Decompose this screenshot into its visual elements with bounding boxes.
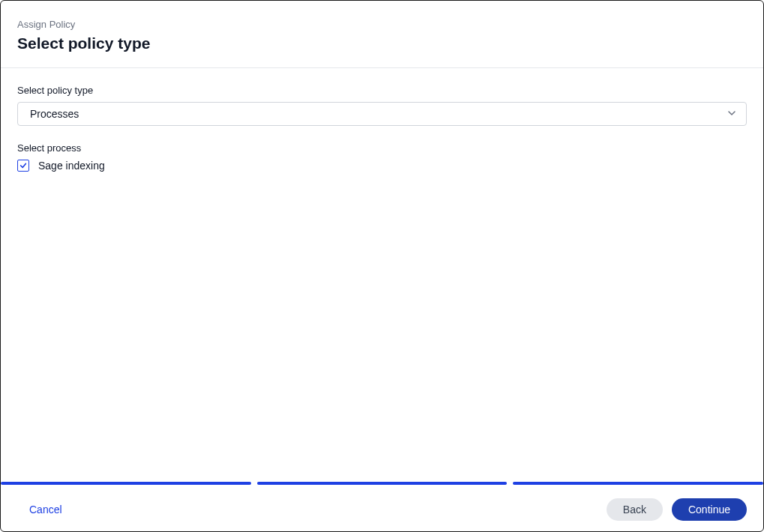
breadcrumb: Assign Policy — [17, 19, 747, 30]
progress-segment-2 — [257, 482, 508, 485]
back-button[interactable]: Back — [607, 498, 663, 521]
process-checkbox[interactable] — [17, 160, 29, 172]
policy-type-select[interactable]: Processes — [17, 102, 747, 126]
footer-actions: Back Continue — [607, 498, 747, 521]
policy-type-label: Select policy type — [17, 85, 747, 96]
process-option-label: Sage indexing — [38, 160, 105, 172]
modal-footer: Cancel Back Continue — [1, 488, 763, 531]
policy-type-select-wrapper: Processes — [17, 102, 747, 126]
modal-content: Select policy type Processes Select proc… — [1, 68, 763, 531]
page-title: Select policy type — [17, 34, 747, 52]
progress-segment-3 — [513, 482, 763, 485]
continue-button[interactable]: Continue — [672, 498, 747, 521]
process-label: Select process — [17, 142, 747, 154]
progress-segment-1 — [1, 482, 251, 485]
progress-bar — [1, 482, 763, 485]
process-option-row: Sage indexing — [17, 160, 747, 172]
policy-type-value: Processes — [30, 108, 79, 120]
modal-header: Assign Policy Select policy type — [1, 1, 763, 68]
cancel-button[interactable]: Cancel — [29, 504, 62, 516]
assign-policy-modal: Assign Policy Select policy type Select … — [0, 0, 764, 532]
